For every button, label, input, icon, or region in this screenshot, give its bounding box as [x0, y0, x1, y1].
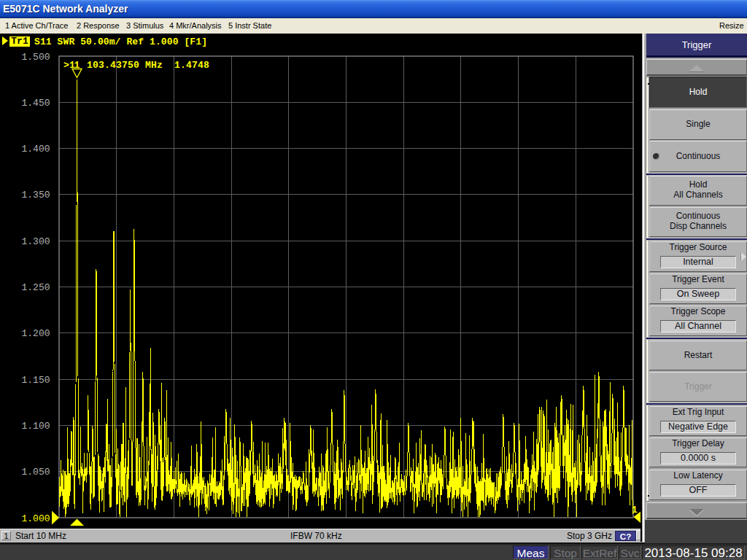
svg-text:1.200: 1.200: [21, 328, 50, 339]
svg-text:1.000: 1.000: [21, 513, 50, 524]
svg-text:1.050: 1.050: [21, 467, 50, 478]
svg-text:1.100: 1.100: [21, 421, 50, 432]
svg-text:1.400: 1.400: [21, 144, 50, 155]
svg-text:1.450: 1.450: [21, 98, 50, 109]
svg-text:1.4748: 1.4748: [174, 60, 209, 71]
svg-text:1.500: 1.500: [21, 52, 50, 63]
svg-text:>1: >1: [63, 60, 75, 71]
svg-text:103.43750 MHz: 103.43750 MHz: [87, 60, 163, 71]
svg-text:1.300: 1.300: [21, 236, 50, 247]
svg-text:1.250: 1.250: [21, 282, 50, 293]
svg-text:1.150: 1.150: [21, 375, 50, 386]
svg-text:1: 1: [632, 505, 638, 516]
svg-text:1.350: 1.350: [21, 190, 50, 201]
